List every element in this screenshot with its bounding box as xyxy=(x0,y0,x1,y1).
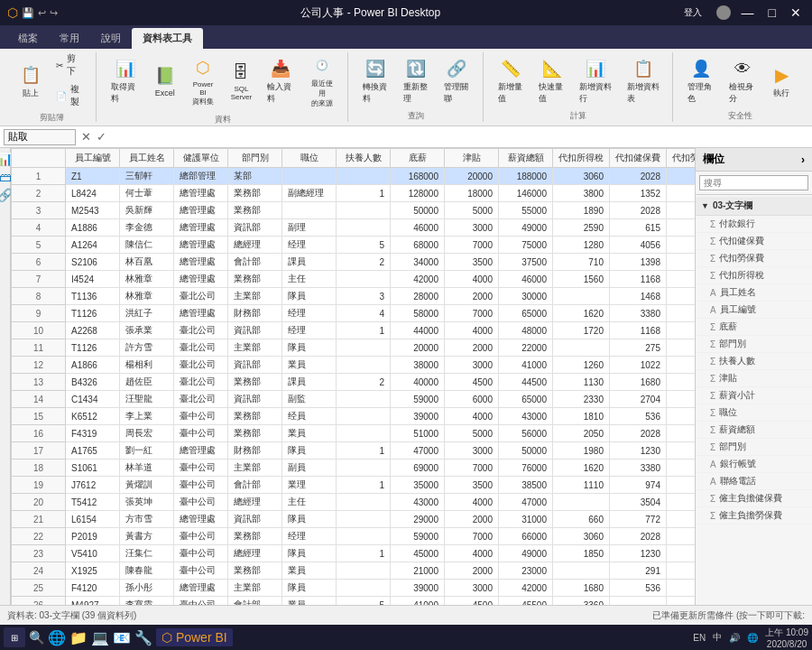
panel-field-item[interactable]: Σ薪資小計 xyxy=(696,387,812,404)
taskbar-app-computer[interactable]: 💻 xyxy=(91,629,109,646)
table-row[interactable]: 3M2543吳新輝總管理處業務部500005000550001890202847… xyxy=(12,202,696,219)
table-container[interactable]: 員工編號 員工姓名 健護單位 部門別 職位 扶養人數 底薪 津貼 薪資總額 代扣… xyxy=(11,148,695,605)
quick-measure-button[interactable]: 📐 快速量值 xyxy=(533,52,570,108)
tab-home[interactable]: 常用 xyxy=(49,28,90,49)
volume-icon[interactable]: 🔊 xyxy=(729,633,740,643)
panel-section-header-0[interactable]: ▼ 03-文字欄 xyxy=(696,197,812,216)
manage-relations-button[interactable]: 🔗 管理關聯 xyxy=(438,52,475,108)
col-header-labor-ins[interactable]: 代扣勞保費 xyxy=(667,149,696,168)
panel-field-item[interactable]: Σ僱主負擔健保費 xyxy=(696,490,812,507)
table-row[interactable]: 4A1886李金德總管理處資訊部副理4600030004900025906154… xyxy=(12,219,696,237)
taskbar-search-icon[interactable]: 🔍 xyxy=(29,630,44,645)
table-row[interactable]: 9T1126洪紅子總管理處財務部经理4580007000650001620338… xyxy=(12,305,696,322)
table-row[interactable]: 18S1061林羊道臺中公司主業部副員690007000760001620338… xyxy=(12,460,696,477)
enter-data-button[interactable]: 📥 輸入資料 xyxy=(262,52,300,108)
panel-field-item[interactable]: Σ扶養人數 xyxy=(696,353,812,370)
panel-field-item[interactable]: A員工編號 xyxy=(696,302,812,319)
quick-access-redo[interactable]: ↪ xyxy=(50,7,58,19)
formula-input[interactable] xyxy=(112,130,808,144)
panel-field-item[interactable]: Σ代扣健保費 xyxy=(696,233,812,250)
table-row[interactable]: 8T1136林雅章臺北公司主業部隊員3280002000300001468374… xyxy=(12,288,696,305)
panel-field-item[interactable]: Σ職位 xyxy=(696,404,812,422)
cut-button[interactable]: ✂ 剪下 xyxy=(51,51,88,79)
col-header-position[interactable]: 職位 xyxy=(282,149,337,168)
panel-search-input[interactable] xyxy=(699,175,808,190)
table-row[interactable]: 14C1434汪聖龍臺北公司資訊部副監590006000650002330270… xyxy=(12,391,696,408)
run-button[interactable]: ▶ 執行 xyxy=(765,59,798,103)
table-row[interactable]: 13B4326趙佐臣臺北公司業務部課員240000450044500113016… xyxy=(12,374,696,391)
table-row[interactable]: 17A1765劉一紅總管理處財務部隊員147000300050000198012… xyxy=(12,442,696,460)
confirm-formula-button[interactable]: ✓ xyxy=(95,130,108,144)
panel-field-item[interactable]: Σ薪資總額 xyxy=(696,422,812,439)
powerbi-dataset-button[interactable]: ⬡ Power BI資料集 xyxy=(185,51,221,110)
new-measure-button[interactable]: 📏 新增量值 xyxy=(493,52,530,108)
tab-file[interactable]: 檔案 xyxy=(7,28,49,49)
panel-expand-icon[interactable]: › xyxy=(801,153,805,166)
table-row[interactable]: 10A2268張承業臺北公司資訊部经理144000400048000172011… xyxy=(12,322,696,339)
get-data-button[interactable]: 📊 取得資料 xyxy=(106,52,144,108)
col-header-health-ins[interactable]: 代扣健保費 xyxy=(610,149,667,168)
table-row[interactable]: 15K6512李上業臺中公司業務部经員390004000430001810536… xyxy=(12,408,696,425)
cancel-formula-button[interactable]: ✕ xyxy=(79,130,93,144)
table-row[interactable]: 5A1264陳信仁總管理處總經理经理5680007000750001280405… xyxy=(12,237,696,254)
table-row[interactable]: 6S2106林百凰總管理處會計部課員2340003500375007101398… xyxy=(12,254,696,271)
refresh-button[interactable]: 🔃 重新整理 xyxy=(398,52,435,108)
recent-sources-button[interactable]: 🕐 最近使用的來源 xyxy=(304,50,340,112)
table-row[interactable]: 24X1925陳春龍臺中公司業務部業員210002000230002912545… xyxy=(12,562,696,580)
panel-field-item[interactable]: Σ部門別 xyxy=(696,336,812,353)
quick-access-undo[interactable]: ↩ xyxy=(38,7,46,19)
taskbar-app-settings[interactable]: 🔧 xyxy=(134,629,152,646)
close-button[interactable]: ✕ xyxy=(787,5,805,20)
manage-roles-button[interactable]: 👤 管理角色 xyxy=(682,52,720,108)
panel-field-item[interactable]: Σ代扣所得稅 xyxy=(696,267,812,284)
taskbar-app-mail[interactable]: 📧 xyxy=(113,629,131,646)
panel-field-item[interactable]: A銀行帳號 xyxy=(696,456,812,473)
taskbar-app-folder[interactable]: 📁 xyxy=(69,629,88,646)
table-row[interactable]: 1Z1三郁軒總部管理某部1680002000018800030602028249… xyxy=(12,168,696,185)
table-row[interactable]: 11T1126許方雪臺北公司主業部隊員200002000220002752835… xyxy=(12,339,696,357)
panel-field-item[interactable]: A員工姓名 xyxy=(696,284,812,302)
transform-data-button[interactable]: 🔄 轉換資料 xyxy=(357,52,394,108)
table-row[interactable]: 19J7612黃燿訓臺中公司會計部業理135000350038500111097… xyxy=(12,477,696,494)
new-table-button[interactable]: 📋 新增資料表 xyxy=(622,52,665,108)
panel-field-item[interactable]: Σ底薪 xyxy=(696,319,812,336)
panel-field-item[interactable]: Σ付款銀行 xyxy=(696,216,812,233)
col-header-total-salary[interactable]: 薪資總額 xyxy=(499,149,553,168)
table-row[interactable]: 23V5410汪集仁臺中公司總經理隊員145000400049000185012… xyxy=(12,545,696,562)
panel-field-item[interactable]: Σ津貼 xyxy=(696,370,812,387)
table-row[interactable]: 25F4120孫小彤總管理處主業部隊員390003000420001680536… xyxy=(12,580,696,597)
minimize-button[interactable]: — xyxy=(738,5,758,20)
tab-data-tools[interactable]: 資料表工具 xyxy=(132,28,203,49)
ime-zh-label[interactable]: 中 xyxy=(713,631,722,644)
col-header-income-tax[interactable]: 代扣所得稅 xyxy=(553,149,610,168)
login-label[interactable]: 登入 xyxy=(684,6,702,19)
col-header-unit[interactable]: 健護單位 xyxy=(174,149,228,168)
col-header-base-salary[interactable]: 底薪 xyxy=(391,149,445,168)
sidebar-data-icon[interactable]: 🗃 xyxy=(0,170,12,184)
table-row[interactable]: 12A1866楊相利臺北公司資訊部業員380003000410001260102… xyxy=(12,357,696,374)
sql-server-button[interactable]: 🗄 SQLServer xyxy=(225,56,257,105)
panel-field-item[interactable]: Σ僱主負擔勞保費 xyxy=(696,507,812,525)
ime-en-label[interactable]: EN xyxy=(693,633,706,643)
col-header-employee-id[interactable]: 員工編號 xyxy=(66,149,120,168)
cell-reference[interactable] xyxy=(4,129,76,145)
new-column-button[interactable]: 📊 新增資料行 xyxy=(574,52,617,108)
taskbar-powerbi-active[interactable]: ⬡ Power BI xyxy=(156,628,233,646)
start-button[interactable]: ⊞ xyxy=(4,627,25,647)
table-row[interactable]: 2L8424何士葦總管理處業務部副總經理11280001800014600038… xyxy=(12,185,696,202)
col-header-allowance[interactable]: 津貼 xyxy=(445,149,499,168)
view-identity-button[interactable]: 👁 檢視身分 xyxy=(724,52,761,108)
col-header-dept[interactable]: 部門別 xyxy=(228,149,282,168)
taskbar-app-browser[interactable]: 🌐 xyxy=(48,629,66,646)
quick-access-save[interactable]: 💾 xyxy=(22,7,34,19)
panel-field-item[interactable]: Σ部門別 xyxy=(696,439,812,456)
excel-button[interactable]: 📗 Excel xyxy=(148,60,180,101)
paste-button[interactable]: 📋 貼上 xyxy=(14,59,47,103)
panel-field-item[interactable]: A聯絡電話 xyxy=(696,473,812,490)
col-header-dependents[interactable]: 扶養人數 xyxy=(337,149,391,168)
table-row[interactable]: 16F4319周長宏臺中公司業務部業員510005000560002050202… xyxy=(12,425,696,442)
tab-help[interactable]: 說明 xyxy=(90,28,132,49)
panel-field-item[interactable]: Σ代扣勞保費 xyxy=(696,250,812,267)
col-header-name[interactable]: 員工姓名 xyxy=(120,149,174,168)
table-row[interactable]: 21L6154方市雪總管理處資訊部隊員290002000310006607723… xyxy=(12,511,696,528)
